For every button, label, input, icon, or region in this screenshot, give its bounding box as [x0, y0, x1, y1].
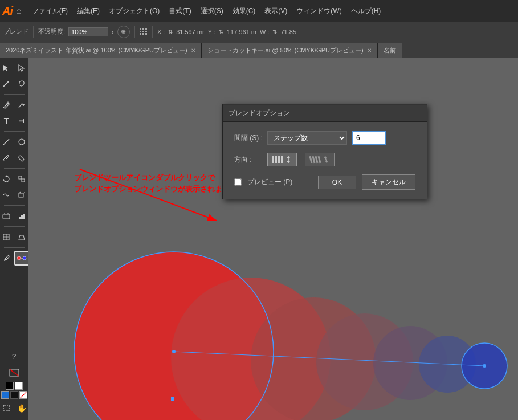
- main-area: T T: [0, 58, 518, 420]
- opacity-icon[interactable]: ⊕: [117, 26, 130, 38]
- svg-rect-32: [3, 405, 9, 411]
- fill-swatch[interactable]: [6, 382, 14, 390]
- svg-marker-1: [19, 65, 24, 71]
- preview-checkbox[interactable]: [234, 178, 242, 186]
- svg-point-43: [172, 350, 176, 353]
- menu-object[interactable]: オブジェクト(O): [104, 4, 164, 18]
- control-toolbar: ブレンド 不透明度: › ⊕ X : ⇅ 31.597 mr Y : ⇅ 117…: [0, 22, 518, 42]
- svg-marker-50: [287, 161, 290, 163]
- menu-help[interactable]: ヘルプ(H): [346, 4, 386, 18]
- tab-3-label: 名前: [384, 46, 396, 55]
- blend-eyedropper-tools: [0, 251, 29, 266]
- perspective-tool[interactable]: [14, 230, 29, 244]
- symbol-tools: [0, 209, 29, 223]
- selection-tool[interactable]: [0, 60, 14, 75]
- line-tool[interactable]: [0, 134, 14, 149]
- menu-select[interactable]: 選択(S): [196, 4, 228, 18]
- spacing-select[interactable]: ステップ数: [267, 131, 347, 145]
- pen-tools: [0, 97, 29, 112]
- svg-rect-21: [23, 214, 25, 219]
- tool-divider-2: [4, 131, 25, 132]
- menu-window[interactable]: ウィンドウ(W): [292, 4, 346, 18]
- warp-tool[interactable]: [0, 187, 14, 202]
- artboard-tool[interactable]: [0, 401, 14, 415]
- cancel-button[interactable]: キャンセル: [362, 174, 415, 190]
- annotation-text: ブレンドツールアイコンダブルクリックで ブレンドオプションウィンドウが表示されま…: [74, 172, 230, 194]
- blend-dialog: ブレンドオプション 間隔 (S) : ステップ数 方向 :: [222, 104, 427, 199]
- column-graph-tool[interactable]: [14, 209, 29, 223]
- svg-rect-45: [171, 397, 174, 401]
- opacity-label: 不透明度:: [38, 27, 65, 36]
- opacity-input[interactable]: [68, 27, 108, 36]
- menu-effect[interactable]: 効果(C): [228, 4, 260, 18]
- svg-marker-25: [19, 235, 25, 240]
- symbol-tool[interactable]: [0, 209, 14, 223]
- tab-1[interactable]: 2020ネズミイラスト 年賀状.ai @ 100% (CMYK/GPUプレビュー…: [0, 43, 202, 58]
- menu-file[interactable]: ファイル(F): [27, 4, 72, 18]
- direct-selection-tool[interactable]: [14, 60, 29, 75]
- ok-button[interactable]: OK: [318, 176, 356, 189]
- scale-tool[interactable]: [14, 172, 29, 186]
- left-toolbar: T T: [0, 58, 28, 420]
- pencil-tool[interactable]: [14, 150, 29, 165]
- opacity-arrow[interactable]: ›: [112, 28, 114, 35]
- tool-divider-1: [4, 94, 25, 95]
- mesh-tool[interactable]: [0, 230, 14, 244]
- question-tool[interactable]: ?: [7, 349, 22, 364]
- vertical-type-tool[interactable]: T: [14, 113, 29, 128]
- align-page-icon: [272, 156, 292, 164]
- artboard-tools: ✋: [0, 401, 29, 415]
- direction-align-btn[interactable]: [267, 153, 297, 166]
- tab-2[interactable]: ショートカットキー.ai @ 50% (CMYK/GPUプレビュー) ✕: [202, 43, 378, 58]
- direction-row: 方向 :: [234, 153, 415, 166]
- stroke-swatch[interactable]: [15, 382, 23, 390]
- warp-tools: [0, 187, 29, 202]
- ellipse-tool[interactable]: [14, 134, 29, 149]
- blend-label: ブレンド: [3, 27, 28, 36]
- lasso-tools: [0, 76, 29, 91]
- eyedropper-tool[interactable]: [0, 251, 14, 266]
- left-bottom-tools: ? ✋: [0, 349, 29, 418]
- svg-rect-12: [22, 179, 25, 182]
- shape-tools: [0, 134, 29, 149]
- free-transform-tool[interactable]: [14, 187, 29, 202]
- pen-tool[interactable]: [0, 97, 14, 112]
- menu-format[interactable]: 書式(T): [164, 4, 195, 18]
- paintbrush-tool[interactable]: [0, 150, 14, 165]
- none-swatch[interactable]: [19, 391, 27, 399]
- magic-wand-tool[interactable]: [0, 76, 14, 91]
- rotate-tools: [0, 172, 29, 186]
- dialog-footer: プレビュー (P) OK キャンセル: [234, 174, 415, 190]
- svg-point-8: [19, 139, 25, 145]
- tool-divider-5: [4, 226, 25, 227]
- fill-swatch-2[interactable]: [1, 391, 9, 399]
- canvas-area: ブレンドツールアイコンダブルクリックで ブレンドオプションウィンドウが表示されま…: [28, 58, 518, 420]
- separator3: [152, 26, 153, 38]
- grid-icon[interactable]: [140, 28, 148, 35]
- slice-tool[interactable]: [7, 365, 22, 380]
- spacing-label: 間隔 (S) :: [234, 133, 263, 143]
- blend-tool[interactable]: [14, 251, 29, 266]
- annotation-line1: ブレンドツールアイコンダブルクリックで: [74, 172, 230, 184]
- menu-view[interactable]: 表示(V): [260, 4, 292, 18]
- align-path-icon: [310, 156, 329, 164]
- tab-2-close[interactable]: ✕: [367, 47, 372, 54]
- menu-edit[interactable]: 編集(E): [72, 4, 104, 18]
- tab-1-label: 2020ネズミイラスト 年賀状.ai @ 100% (CMYK/GPUプレビュー…: [6, 46, 187, 55]
- lasso-tool[interactable]: [14, 76, 29, 91]
- stroke-swatch-2[interactable]: [10, 391, 18, 399]
- add-anchor-tool[interactable]: [14, 97, 29, 112]
- spacing-input[interactable]: [352, 131, 386, 145]
- svg-point-26: [5, 259, 6, 260]
- type-tool[interactable]: T: [0, 113, 14, 128]
- x-label: X :: [157, 28, 165, 35]
- home-icon[interactable]: ⌂: [16, 6, 22, 16]
- hand-tool[interactable]: ✋: [14, 401, 29, 415]
- w-arrow-up: ⇅: [272, 28, 277, 35]
- tab-1-close[interactable]: ✕: [191, 47, 195, 54]
- spacing-row: 間隔 (S) : ステップ数: [234, 131, 415, 145]
- tab-3[interactable]: 名前: [378, 43, 402, 58]
- rotate-tool[interactable]: [0, 172, 14, 186]
- svg-point-27: [17, 256, 21, 260]
- direction-path-btn[interactable]: [305, 153, 335, 166]
